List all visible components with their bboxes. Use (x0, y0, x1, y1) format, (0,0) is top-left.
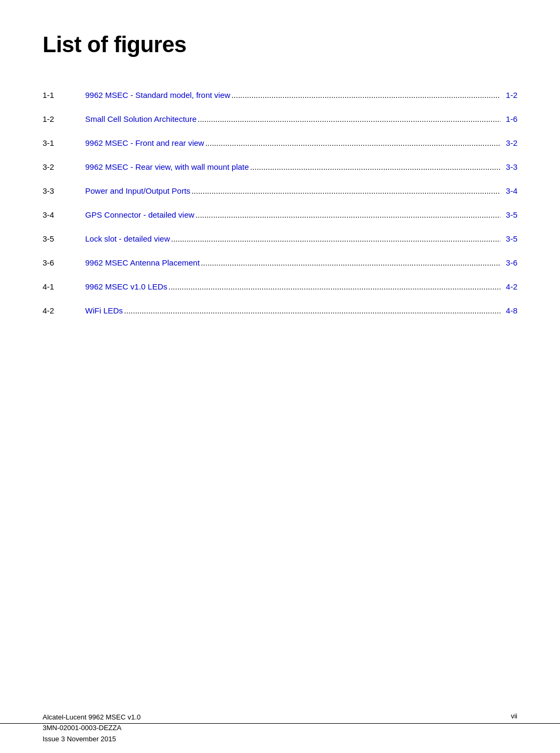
figure-title[interactable]: Small Cell Solution Architecture (85, 114, 196, 123)
figure-title[interactable]: GPS Connector - detailed view (85, 210, 194, 219)
figure-page-ref: 3-2 (501, 138, 517, 147)
figures-list: 1-19962 MSEC - Standard model, front vie… (43, 89, 517, 316)
figure-number: 3-2 (43, 162, 85, 171)
figure-page-ref: 3-5 (501, 234, 517, 243)
dot-leader: ........................................… (124, 305, 500, 316)
figure-title[interactable]: 9962 MSEC - Standard model, front view (85, 90, 230, 100)
dot-leader: ........................................… (195, 209, 500, 220)
list-item: 3-4GPS Connector - detailed view .......… (43, 209, 517, 220)
figure-title[interactable]: 9962 MSEC - Rear view, with wall mount p… (85, 162, 249, 171)
figure-page-ref: 4-8 (501, 306, 517, 315)
figure-page-ref: 3-5 (501, 210, 517, 219)
list-item: 4-19962 MSEC v1.0 LEDs .................… (43, 281, 517, 292)
figure-number: 3-1 (43, 138, 85, 147)
figure-number: 4-1 (43, 282, 85, 291)
figure-number: 3-3 (43, 186, 85, 195)
list-item: 3-69962 MSEC Antenna Placement .........… (43, 257, 517, 268)
dot-leader: ........................................… (205, 137, 500, 148)
footer-left: Alcatel-Lucent 9962 MSEC v1.0 3MN-02001-… (43, 712, 141, 745)
figure-number: 3-6 (43, 258, 85, 267)
figure-title[interactable]: 9962 MSEC Antenna Placement (85, 258, 200, 267)
dot-leader: ........................................… (232, 89, 500, 101)
footer: Alcatel-Lucent 9962 MSEC v1.0 3MN-02001-… (43, 712, 517, 745)
list-item: 3-3Power and Input/Output Ports ........… (43, 185, 517, 196)
figure-title[interactable]: WiFi LEDs (85, 306, 123, 315)
figure-page-ref: 1-2 (501, 90, 517, 100)
figure-number: 1-1 (43, 90, 85, 100)
page-title: List of figures (43, 32, 517, 57)
list-item: 1-19962 MSEC - Standard model, front vie… (43, 89, 517, 101)
figure-number: 3-5 (43, 234, 85, 243)
dot-leader: ........................................… (201, 257, 500, 268)
figure-number: 3-4 (43, 210, 85, 219)
figure-page-ref: 4-2 (501, 282, 517, 291)
list-item: 1-2Small Cell Solution Architecture ....… (43, 113, 517, 125)
figure-title[interactable]: Lock slot - detailed view (85, 234, 170, 243)
list-item: 3-29962 MSEC - Rear view, with wall moun… (43, 161, 517, 172)
list-item: 3-5Lock slot - detailed view ...........… (43, 233, 517, 244)
footer-page-number: vii (511, 712, 517, 720)
dot-leader: ........................................… (168, 281, 500, 292)
list-item: 3-19962 MSEC - Front and rear view .....… (43, 137, 517, 148)
dot-leader: ........................................… (197, 113, 500, 125)
figure-number: 4-2 (43, 306, 85, 315)
footer-doc-id: 3MN-02001-0003-DEZZA (43, 723, 141, 734)
page-container: List of figures 1-19962 MSEC - Standard … (0, 0, 560, 753)
footer-company: Alcatel-Lucent 9962 MSEC v1.0 (43, 712, 141, 723)
figure-title[interactable]: 9962 MSEC - Front and rear view (85, 138, 204, 147)
figure-page-ref: 3-6 (501, 258, 517, 267)
figure-page-ref: 3-3 (501, 162, 517, 171)
dot-leader: ........................................… (250, 161, 500, 172)
figure-title[interactable]: Power and Input/Output Ports (85, 186, 191, 195)
dot-leader: ........................................… (171, 233, 500, 244)
figure-page-ref: 1-6 (501, 114, 517, 123)
dot-leader: ........................................… (192, 185, 500, 196)
figure-title[interactable]: 9962 MSEC v1.0 LEDs (85, 282, 167, 291)
figure-number: 1-2 (43, 114, 85, 123)
figure-page-ref: 3-4 (501, 186, 517, 195)
footer-issue: Issue 3 November 2015 (43, 734, 141, 745)
list-item: 4-2WiFi LEDs ...........................… (43, 305, 517, 316)
